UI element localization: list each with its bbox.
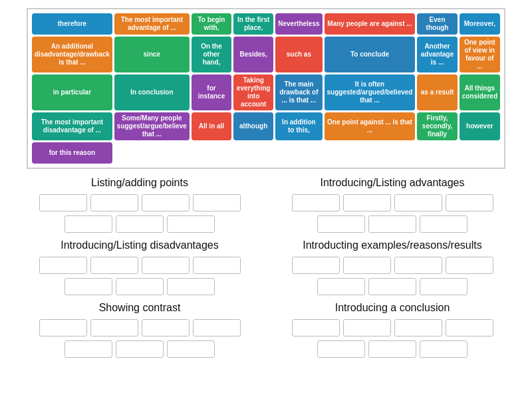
drop-box[interactable] <box>167 215 215 233</box>
drop-row <box>20 340 259 358</box>
drop-box[interactable] <box>65 215 112 233</box>
drop-box[interactable] <box>420 340 467 358</box>
drop-row <box>20 278 259 295</box>
drop-box[interactable] <box>142 319 190 336</box>
word-card[interactable]: Taking everything into account <box>233 74 273 110</box>
drop-box[interactable] <box>368 340 416 358</box>
drop-box[interactable] <box>394 257 442 274</box>
category-2: Introducing/Listing disadvantages <box>20 239 259 295</box>
word-card[interactable]: To begin with, <box>192 13 231 35</box>
word-card[interactable]: In addition to this, <box>275 112 322 140</box>
drop-box[interactable] <box>39 257 87 274</box>
category-title: Introducing a conclusion <box>273 302 512 314</box>
category-title: Introducing/Listing advantages <box>273 177 512 189</box>
drop-box[interactable] <box>39 319 87 336</box>
word-card[interactable]: Many people are against ... <box>325 13 416 35</box>
drop-box[interactable] <box>39 194 87 211</box>
word-card[interactable]: Nevertheless <box>275 13 322 35</box>
drop-box[interactable] <box>116 278 164 295</box>
category-title: Showing contrast <box>20 302 259 314</box>
drop-row <box>20 194 259 211</box>
drop-row <box>273 215 512 233</box>
drop-row <box>273 319 512 336</box>
drop-row <box>20 257 259 274</box>
drop-box[interactable] <box>90 319 138 336</box>
drop-box[interactable] <box>343 257 391 274</box>
drop-box[interactable] <box>446 194 493 211</box>
word-card[interactable]: however <box>460 112 500 140</box>
drop-box[interactable] <box>343 194 391 211</box>
category-5: Introducing a conclusion <box>273 302 512 358</box>
drop-box[interactable] <box>116 340 164 358</box>
category-title: Introducting examples/reasons/results <box>273 239 512 251</box>
drop-box[interactable] <box>446 257 493 274</box>
word-card[interactable]: Besides, <box>233 37 273 72</box>
word-card[interactable]: All in all <box>192 112 231 140</box>
word-card[interactable]: All things considered <box>460 74 500 110</box>
word-card[interactable]: An additional disadvantage/drawback is t… <box>32 37 112 72</box>
word-card[interactable]: for this reason <box>32 142 112 164</box>
word-card[interactable]: Even though <box>417 13 457 35</box>
card-area: thereforeThe most important advantage of… <box>27 8 505 169</box>
category-3: Introducting examples/reasons/results <box>273 239 512 295</box>
word-card[interactable]: The most important disadvantage of ... <box>32 112 112 140</box>
category-title: Introducing/Listing disadvantages <box>20 239 259 251</box>
word-card[interactable]: It is often suggested/argued/believed th… <box>325 74 416 110</box>
word-card[interactable]: Moreover, <box>460 13 500 35</box>
drop-row <box>20 319 259 336</box>
drop-box[interactable] <box>368 215 416 233</box>
category-title: Listing/adding points <box>20 177 259 189</box>
word-card[interactable]: In conclusion <box>114 74 190 110</box>
word-card[interactable]: as a result <box>417 74 457 110</box>
drop-box[interactable] <box>65 340 112 358</box>
drop-box[interactable] <box>90 194 138 211</box>
word-card[interactable]: In the first place, <box>233 13 273 35</box>
word-card[interactable]: On the other hand, <box>192 37 231 72</box>
word-card[interactable]: One point of view in favour of ... <box>460 37 500 72</box>
word-card[interactable]: although <box>233 112 273 140</box>
drop-box[interactable] <box>292 194 340 211</box>
drop-box[interactable] <box>420 278 467 295</box>
word-card[interactable]: To conclude <box>325 37 416 72</box>
category-1: Introducing/Listing advantages <box>273 177 512 233</box>
word-card[interactable]: The main drawback of ... is that ... <box>275 74 322 110</box>
drop-box[interactable] <box>65 278 112 295</box>
word-card[interactable]: in particular <box>32 74 112 110</box>
drop-row <box>273 340 512 358</box>
word-card[interactable]: therefore <box>32 13 112 35</box>
word-card[interactable]: for instance <box>192 74 231 110</box>
drop-box[interactable] <box>343 319 391 336</box>
drop-box[interactable] <box>292 257 340 274</box>
drop-row <box>273 194 512 211</box>
drop-box[interactable] <box>142 257 190 274</box>
drop-box[interactable] <box>317 278 365 295</box>
drop-box[interactable] <box>446 319 493 336</box>
drop-box[interactable] <box>142 194 190 211</box>
category-0: Listing/adding points <box>20 177 259 233</box>
drop-box[interactable] <box>90 257 138 274</box>
drop-row <box>20 215 259 233</box>
drop-box[interactable] <box>167 340 215 358</box>
sort-area: Listing/adding pointsIntroducing/Listing… <box>20 177 512 358</box>
drop-row <box>273 257 512 274</box>
word-card[interactable]: One point against ... is that ... <box>325 112 416 140</box>
drop-box[interactable] <box>193 319 241 336</box>
word-card[interactable]: Another advantage is ... <box>417 37 457 72</box>
drop-box[interactable] <box>317 215 365 233</box>
drop-box[interactable] <box>368 278 416 295</box>
drop-box[interactable] <box>394 319 442 336</box>
word-card[interactable]: Firstly, secondly, finally <box>417 112 457 140</box>
drop-box[interactable] <box>394 194 442 211</box>
drop-box[interactable] <box>292 319 340 336</box>
drop-box[interactable] <box>193 194 241 211</box>
drop-box[interactable] <box>317 340 365 358</box>
word-card[interactable]: such as <box>275 37 322 72</box>
drop-box[interactable] <box>420 215 467 233</box>
drop-box[interactable] <box>116 215 164 233</box>
drop-box[interactable] <box>167 278 215 295</box>
drop-box[interactable] <box>193 257 241 274</box>
word-card[interactable]: The most important advantage of ... <box>114 13 190 35</box>
category-4: Showing contrast <box>20 302 259 358</box>
word-card[interactable]: since <box>114 37 190 72</box>
word-card[interactable]: Some/Many people suggest/argue/believe t… <box>114 112 190 140</box>
